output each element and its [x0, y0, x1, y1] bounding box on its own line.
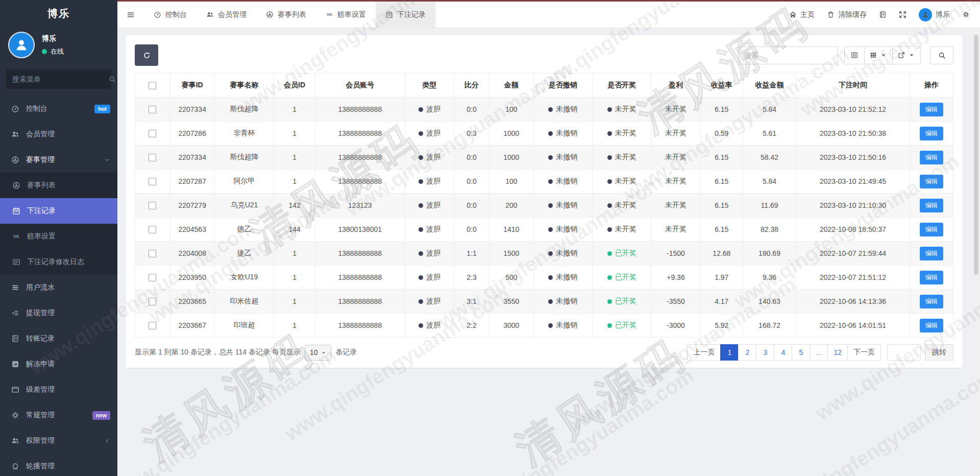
- toolbar-right: [739, 46, 953, 64]
- sidebar-item-transfers[interactable]: 转账记录: [0, 326, 117, 351]
- edit-button[interactable]: 编辑: [920, 271, 943, 284]
- sidebar-item-members[interactable]: 会员管理: [0, 122, 117, 147]
- row-checkbox[interactable]: [149, 106, 156, 113]
- page-button-2[interactable]: 2: [738, 344, 756, 361]
- page-button-4[interactable]: 4: [774, 344, 792, 361]
- cell-score: 0:3: [454, 122, 489, 146]
- status-dot-green: [607, 275, 612, 280]
- edit-button[interactable]: 编辑: [920, 175, 943, 188]
- search-icon[interactable]: [109, 76, 116, 83]
- cell-member-id: 144: [274, 218, 315, 242]
- next-page-button[interactable]: 下一页: [847, 344, 881, 361]
- page-jump-input[interactable]: [887, 344, 921, 361]
- page-button-12[interactable]: 12: [827, 344, 848, 361]
- edit-button[interactable]: 编辑: [920, 295, 943, 308]
- calendar-icon: [12, 207, 20, 215]
- cell-cancel-status: 未撤销: [533, 122, 592, 146]
- cell-amount: 100: [489, 98, 534, 122]
- users-icon: [206, 11, 214, 18]
- row-checkbox[interactable]: [149, 154, 156, 161]
- scrollbar[interactable]: [972, 30, 980, 476]
- row-checkbox[interactable]: [149, 274, 156, 281]
- sidebar-item-withdrawals[interactable]: 提现管理: [0, 300, 117, 326]
- sidebar-item-label: 提现管理: [26, 308, 110, 318]
- page-button-3[interactable]: 3: [756, 344, 774, 361]
- cell-cancel-status: 未撤销: [533, 194, 592, 218]
- select-all-checkbox[interactable]: [149, 82, 156, 89]
- column-header-profit: 盈利: [651, 74, 700, 98]
- row-select-cell: [135, 98, 170, 122]
- row-checkbox[interactable]: [149, 250, 156, 257]
- sidebar-item-level-diff[interactable]: 级差管理: [0, 377, 117, 402]
- sidebar-item-label: 赔率设置: [27, 232, 110, 241]
- tab-odds-settings[interactable]: VK赔率设置: [316, 2, 376, 28]
- tab-label: 控制台: [165, 10, 187, 19]
- sidebar-item-matches[interactable]: 赛事管理: [0, 147, 117, 173]
- table-search-input[interactable]: [739, 46, 838, 64]
- edit-button[interactable]: 编辑: [920, 247, 943, 260]
- status-dot-dark: [548, 179, 553, 184]
- table-row: 2207286非青杯113888888888波胆0:31000未撤销未开奖未开奖…: [135, 122, 953, 146]
- settings-button[interactable]: [962, 11, 970, 18]
- status-dot-dark: [548, 251, 553, 256]
- summary-suffix: 条记录: [335, 348, 357, 357]
- row-checkbox[interactable]: [149, 322, 156, 329]
- sidebar-item-dashboard[interactable]: 控制台hot: [0, 96, 117, 122]
- columns-button[interactable]: [864, 46, 893, 64]
- user-menu[interactable]: 博乐: [919, 8, 950, 21]
- tab-dashboard[interactable]: 控制台: [144, 2, 197, 28]
- cell-cancel-status: 未撤销: [533, 314, 592, 338]
- edit-button[interactable]: 编辑: [920, 103, 943, 116]
- cell-bet-time: 2022-10-06 14:01:51: [796, 314, 910, 338]
- edit-button[interactable]: 编辑: [920, 319, 943, 332]
- summary-text: 显示第 1 到第 10 条记录，总共 114 条记录 每页显示: [135, 348, 301, 357]
- sidebar-item-permissions[interactable]: 权限管理: [0, 428, 117, 454]
- tab-bet-records[interactable]: 下注记录: [376, 2, 435, 28]
- cell-profit: 未开奖: [651, 146, 700, 170]
- refresh-button[interactable]: [135, 44, 158, 66]
- log-button[interactable]: [879, 11, 887, 18]
- draw-status-label: 未开奖: [615, 225, 636, 233]
- sidebar-item-carousel[interactable]: 轮播管理: [0, 454, 117, 476]
- page-jump-button[interactable]: 跳转: [925, 344, 953, 361]
- sidebar-toggle-button[interactable]: [117, 2, 144, 28]
- row-checkbox[interactable]: [149, 226, 156, 233]
- table-search-button[interactable]: [930, 46, 953, 64]
- sidebar-item-match-list[interactable]: 赛事列表: [0, 173, 117, 198]
- sidebar-item-general[interactable]: 常规管理new: [0, 402, 117, 428]
- scrollbar-thumb[interactable]: [974, 35, 978, 275]
- page-button-1[interactable]: 1: [720, 344, 739, 361]
- sidebar-item-odds-settings[interactable]: VK赔率设置: [0, 224, 117, 249]
- clear-cache-button[interactable]: 清除缓存: [827, 10, 867, 19]
- cell-bet-type: 波胆: [405, 290, 454, 314]
- table-row: 2203950女欧U19113888888888波胆2:3500未撤销已开奖+9…: [135, 266, 953, 290]
- edit-button[interactable]: 编辑: [920, 199, 943, 212]
- edit-button[interactable]: 编辑: [920, 127, 943, 140]
- edit-button[interactable]: 编辑: [920, 151, 943, 164]
- row-checkbox[interactable]: [149, 202, 156, 209]
- cell-cancel-status: 未撤销: [533, 170, 592, 194]
- sidebar-search-input[interactable]: [12, 75, 105, 83]
- page-size-select[interactable]: 10: [305, 345, 332, 361]
- page-button-5[interactable]: 5: [792, 344, 810, 361]
- row-checkbox[interactable]: [149, 178, 156, 185]
- tab-match-list[interactable]: 赛事列表: [256, 2, 316, 28]
- tab-members[interactable]: 会员管理: [197, 2, 256, 28]
- home-button[interactable]: 主页: [789, 10, 815, 19]
- prev-page-button[interactable]: 上一页: [687, 344, 721, 361]
- cell-member-id: 1: [274, 98, 315, 122]
- sidebar-item-user-flow[interactable]: 用户流水: [0, 275, 117, 300]
- clear-cache-label: 清除缓存: [838, 10, 867, 19]
- detail-view-button[interactable]: [844, 46, 865, 64]
- row-checkbox[interactable]: [149, 130, 156, 137]
- edit-button[interactable]: 编辑: [920, 223, 943, 236]
- sidebar-item-unfreeze[interactable]: 解冻申请: [0, 351, 117, 377]
- sidebar-item-bet-records[interactable]: 下注记录: [0, 198, 117, 224]
- status-dot-dark: [419, 275, 423, 280]
- fullscreen-button[interactable]: [899, 11, 906, 18]
- sidebar-item-bet-edit-log[interactable]: 下注记录修改日志: [0, 249, 117, 275]
- row-checkbox[interactable]: [149, 298, 156, 305]
- cell-score: 0:0: [454, 218, 489, 242]
- status-dot-dark: [419, 203, 423, 208]
- export-button[interactable]: [892, 46, 921, 64]
